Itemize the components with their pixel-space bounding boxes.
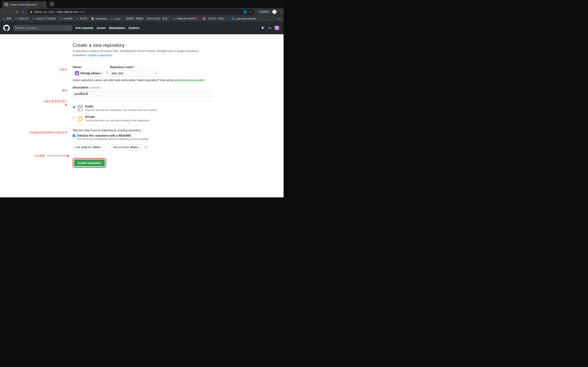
check-icon: ✓ [155,71,157,75]
folder-icon: 🗀 [15,17,17,20]
bookmark-item[interactable]: "温而新 - 博客园 [124,17,143,20]
annotation-readme: 勾选初始化仓库的README文件 [22,131,67,134]
init-readme-desc: This will let you immediately clone the … [77,138,149,141]
address-owner: GitHub, Inc. [US] [34,10,54,13]
page-title: Create a new repository [73,42,212,48]
annotation-owner: 仓库名 [49,68,67,71]
form-container: Create a new repository A repository con… [73,42,212,168]
bookmark-item[interactable]: 🗀Java从入门到放弃 [32,17,56,20]
back-icon[interactable]: ← [2,10,6,14]
address-bar-row: ← → ⟳ ⌂ 🔒 GitHub, Inc. [US] | https://gi… [0,8,284,16]
tab-title: Create a New Repository [9,3,37,6]
incognito-icon[interactable] [272,10,277,14]
divider [73,154,212,154]
github-favicon-icon [4,3,8,6]
lock-icon: 🔒 [30,11,33,13]
bookmark-item[interactable]: 🗀新致 [3,17,11,20]
import-repo-link[interactable]: Import a repository. [88,54,113,57]
bookmarks-overflow-icon[interactable]: » [279,17,281,21]
public-text: Public Anyone can see this repository. Y… [85,105,157,111]
bookmark-item[interactable]: 🗀Linux [111,17,121,20]
nav-explore[interactable]: Explore [129,26,139,30]
skip-text: Skip this step if you're importing an ex… [73,129,212,132]
home-icon[interactable]: ⌂ [21,10,25,14]
vertical-divider [107,145,107,149]
notifications-icon[interactable] [261,26,265,30]
svg-rect-0 [78,105,83,111]
gitignore-select[interactable]: Add .gitignore: None▾ [73,144,104,150]
visibility-private-row[interactable]: Private You choose who can see and commi… [73,115,212,122]
owner-label: Owner [73,66,104,69]
bookmark-item[interactable]: 🗀mac相关 [60,17,73,20]
suggested-name[interactable]: potential-octo-eureka [174,78,203,82]
user-menu[interactable]: ▾ [275,26,280,30]
divider [73,61,212,61]
folder-icon: 🗀 [60,17,62,20]
bookmark-item[interactable]: ☯MagicalCoder官方… [173,17,199,20]
page-body: Create a new repository A repository con… [0,34,284,197]
annotation-arrow [47,156,69,156]
init-readme-checkbox[interactable] [73,134,75,137]
reload-icon[interactable]: ⟳ [15,10,19,14]
info-icon[interactable]: ⓘ [145,145,147,149]
search-input[interactable]: Search or jump to… / [13,25,72,31]
search-placeholder: Search or jump to… [15,26,40,30]
new-tab-button[interactable]: + [49,1,55,7]
close-tab-icon[interactable]: × [43,3,44,6]
caret-down-icon: ▾ [138,146,139,148]
bookmark-item[interactable]: nginx之安装、多虚… [147,17,170,20]
create-new-dropdown[interactable]: +▾ [268,26,272,30]
folder-icon: 🗀 [76,17,79,20]
visibility-public-row[interactable]: Public Anyone can see this repository. Y… [73,105,212,111]
bookmark-item[interactable]: C【分类】- Shiro -… [203,17,228,20]
browser-tab[interactable]: Create a New Repository × [2,1,47,8]
slash-separator: / [106,70,108,76]
nav-marketplace[interactable]: Marketplace [109,26,126,30]
caret-down-icon: ▾ [101,72,102,75]
description-label: Description (optional) [73,86,100,89]
page-subtitle: A repository contains all project files,… [73,49,212,61]
owner-select[interactable]: ▦ ShengLiuDave ▾ [73,70,104,76]
public-desc: Anyone can see this repository. You choo… [85,108,157,111]
bookmark-item[interactable]: 🗀技术点 [76,17,87,20]
address-right: 无痕模式 ⋮ [259,10,282,14]
init-readme-text: Initialize this repository with a README… [77,134,149,141]
star-icon[interactable]: ☆ [250,10,252,13]
create-repository-button[interactable]: Create repository [74,159,105,166]
browser-menu-icon[interactable]: ⋮ [279,10,282,13]
folder-icon: 🗀 [32,17,35,20]
address-url-host: https://github.com [57,10,78,13]
site-icon: 🌐 [232,17,234,20]
repo-name-column: Repository name * ✓ [110,66,159,76]
required-asterisk: * [134,66,135,69]
tab-bar: Create a New Repository × + [0,0,284,8]
header-nav: Pull requests Issues Marketplace Explore [76,26,139,30]
lock-icon [77,115,83,122]
address-input[interactable]: 🔒 GitHub, Inc. [US] | https://github.com… [28,9,254,15]
translate-icon[interactable]: 🌐 [243,10,247,13]
github-logo-icon[interactable] [3,25,10,31]
repo-name-input[interactable] [110,70,159,76]
nav-issues[interactable]: Issues [97,26,106,30]
annotation-highlight: Create repository [73,158,106,168]
owner-avatar-icon: ▦ [75,71,79,75]
license-select[interactable]: Add a license: None▾ [110,144,141,150]
notification-dot-icon [263,26,265,28]
init-readme-row[interactable]: Initialize this repository with a README… [73,134,212,141]
svg-rect-5 [78,118,82,121]
slash-hotkey-icon: / [67,26,71,30]
bookmark-item[interactable]: 🌐awesome-mac/RE… [232,17,258,20]
bookmark-item[interactable]: 🍺Homebrew [91,17,107,20]
bookmarks-bar: 🗀新致 🗀在线工具 🗀Java从入门到放弃 🗀mac相关 🗀技术点 🍺Homeb… [0,16,284,22]
public-radio[interactable] [73,106,75,108]
private-radio[interactable] [73,116,75,119]
annotation-desc: 描述 [53,89,67,92]
description-input[interactable] [73,91,212,97]
site-icon: C [203,17,206,20]
site-icon: " [124,17,125,20]
incognito-label: 无痕模式 [259,10,269,14]
nav-pull-requests[interactable]: Pull requests [76,26,94,30]
repo-name-label: Repository name * [110,66,159,69]
bookmark-item[interactable]: 🗀在线工具 [15,17,29,20]
private-text: Private You choose who can see and commi… [85,115,150,122]
